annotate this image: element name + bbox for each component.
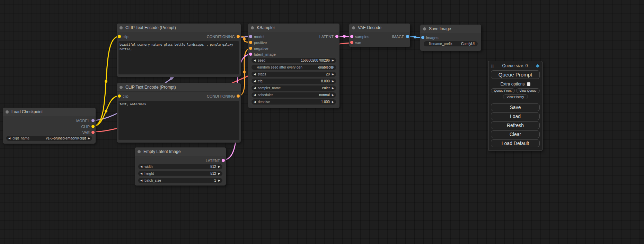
view-queue-button[interactable]: View Queue (516, 88, 540, 93)
widget-denoise[interactable]: ◀ denoise 1.000 ▶ (252, 99, 336, 105)
conditioning-slot-dot[interactable] (237, 94, 240, 98)
input-slot-latent-image[interactable]: latent_image (249, 52, 276, 56)
collapse-dot-icon[interactable] (120, 86, 123, 89)
right-arrow-icon[interactable]: ▶ (218, 178, 220, 183)
widget-scheduler[interactable]: ◀ scheduler normal ▶ (252, 92, 336, 98)
collapse-dot-icon[interactable] (251, 26, 254, 29)
widget-sampler-name[interactable]: ◀ sampler_name euler ▶ (252, 85, 336, 91)
input-slot-clip[interactable]: clip (118, 35, 129, 39)
right-arrow-icon[interactable]: ▶ (218, 164, 220, 169)
output-slot-vae[interactable]: VAE (82, 130, 95, 135)
save-button[interactable]: Save (491, 103, 540, 111)
widget-seed[interactable]: ◀ seed 156680208700286 ▶ (252, 58, 336, 63)
input-slot-clip[interactable]: clip (118, 94, 129, 98)
widget-cfg[interactable]: ◀ cfg 8.000 ▶ (252, 79, 336, 84)
left-arrow-icon[interactable]: ◀ (140, 164, 142, 169)
refresh-button[interactable]: Refresh (491, 121, 540, 129)
right-arrow-icon[interactable]: ▶ (332, 85, 334, 91)
widget-filename-prefix[interactable]: filename_prefix ComfyUI (424, 41, 478, 46)
toggle-knob-icon[interactable] (330, 66, 334, 69)
input-slot-negative[interactable]: negative (249, 46, 268, 51)
model-slot-dot[interactable] (91, 119, 95, 122)
drag-handle-icon[interactable]: ⣿ (491, 63, 494, 68)
input-slot-positive[interactable]: positive (249, 40, 267, 45)
right-arrow-icon[interactable]: ▶ (218, 171, 220, 176)
node-empty-latent-image[interactable]: Empty Latent Image LATENT ◀ width 512 ▶ … (135, 147, 226, 186)
node-title-bar[interactable]: CLIP Text Encode (Prompt) (117, 24, 241, 32)
node-load-checkpoint[interactable]: Load Checkpoint MODEL CLIP VAE ◀ ckpt_na… (3, 108, 96, 144)
input-slot-model[interactable]: model (249, 35, 264, 39)
left-arrow-icon[interactable]: ◀ (254, 85, 256, 91)
widget-width[interactable]: ◀ width 512 ▶ (138, 164, 222, 169)
input-slot-samples[interactable]: samples (350, 35, 369, 39)
collapse-dot-icon[interactable] (120, 26, 123, 29)
output-slot-latent[interactable]: LATENT (319, 35, 338, 39)
right-arrow-icon[interactable]: ▶ (88, 136, 90, 141)
right-arrow-icon[interactable]: ▶ (332, 79, 334, 84)
output-slot-latent[interactable]: LATENT (206, 159, 225, 163)
conditioning-slot-dot[interactable] (249, 47, 252, 50)
prompt-textarea[interactable]: text, watermark (118, 101, 239, 140)
node-ksampler[interactable]: KSampler model LATENT positive negative … (248, 24, 339, 108)
widget-random-seed-toggle[interactable]: Random seed after every gen enabled (252, 65, 336, 70)
vae-slot-dot[interactable] (91, 131, 95, 134)
right-arrow-icon[interactable]: ▶ (332, 92, 334, 98)
clip-slot-dot[interactable] (118, 35, 121, 38)
output-slot-image[interactable]: IMAGE (392, 35, 409, 39)
node-title-bar[interactable]: CLIP Text Encode (Prompt) (117, 83, 241, 92)
clear-button[interactable]: Clear (491, 130, 540, 138)
widget-batch-size[interactable]: ◀ batch_size 1 ▶ (138, 178, 222, 183)
right-arrow-icon[interactable]: ▶ (332, 58, 334, 63)
collapse-dot-icon[interactable] (138, 150, 141, 153)
node-title-bar[interactable]: Save Image (420, 25, 481, 33)
settings-gear-icon[interactable]: ✱ (536, 63, 540, 69)
right-arrow-icon[interactable]: ▶ (332, 99, 334, 105)
widget-height[interactable]: ◀ height 512 ▶ (138, 171, 222, 176)
image-slot-dot[interactable] (406, 35, 409, 38)
widget-ckpt-name[interactable]: ◀ ckpt_name v1-5-pruned-emaonly.ckpt ▶ (6, 136, 92, 141)
collapse-dot-icon[interactable] (352, 26, 355, 29)
load-default-button[interactable]: Load Default (491, 139, 540, 147)
output-slot-conditioning[interactable]: CONDITIONING (207, 94, 240, 98)
vae-slot-dot[interactable] (350, 41, 353, 44)
node-title-bar[interactable]: KSampler (248, 24, 339, 32)
clip-slot-dot[interactable] (118, 94, 121, 98)
input-slot-images[interactable]: images (421, 36, 438, 40)
model-slot-dot[interactable] (249, 35, 252, 38)
queue-prompt-button[interactable]: Queue Prompt (491, 70, 540, 79)
latent-slot-dot[interactable] (335, 35, 338, 38)
conditioning-slot-dot[interactable] (237, 35, 240, 38)
conditioning-slot-dot[interactable] (249, 41, 252, 44)
left-arrow-icon[interactable]: ◀ (254, 72, 256, 77)
output-slot-conditioning[interactable]: CONDITIONING (207, 35, 240, 39)
left-arrow-icon[interactable]: ◀ (254, 58, 256, 63)
right-arrow-icon[interactable]: ▶ (332, 72, 334, 77)
output-slot-clip[interactable]: CLIP (81, 125, 95, 129)
latent-slot-dot[interactable] (222, 159, 225, 162)
node-vae-decode[interactable]: VAE Decode samples IMAGE vae (349, 24, 410, 47)
node-clip-text-encode-negative[interactable]: CLIP Text Encode (Prompt) clip CONDITION… (117, 83, 241, 143)
node-title-bar[interactable]: Empty Latent Image (135, 147, 226, 156)
node-clip-text-encode-positive[interactable]: CLIP Text Encode (Prompt) clip CONDITION… (117, 24, 241, 77)
node-title-bar[interactable]: Load Checkpoint (3, 108, 96, 116)
widget-steps[interactable]: ◀ steps 20 ▶ (252, 72, 336, 77)
left-arrow-icon[interactable]: ◀ (8, 136, 10, 141)
view-history-button[interactable]: View History (503, 94, 528, 99)
output-slot-model[interactable]: MODEL (76, 119, 95, 123)
queue-front-button[interactable]: Queue Front (491, 88, 515, 93)
latent-slot-dot[interactable] (249, 53, 252, 56)
clip-slot-dot[interactable] (91, 125, 95, 128)
node-title-bar[interactable]: VAE Decode (349, 24, 410, 32)
left-arrow-icon[interactable]: ◀ (140, 178, 142, 183)
left-arrow-icon[interactable]: ◀ (140, 171, 142, 176)
image-slot-dot[interactable] (421, 36, 424, 39)
left-arrow-icon[interactable]: ◀ (254, 92, 256, 98)
left-arrow-icon[interactable]: ◀ (254, 79, 256, 84)
latent-slot-dot[interactable] (350, 35, 353, 38)
load-button[interactable]: Load (491, 112, 540, 120)
left-arrow-icon[interactable]: ◀ (254, 99, 256, 105)
input-slot-vae[interactable]: vae (350, 40, 361, 45)
node-save-image[interactable]: Save Image images filename_prefix ComfyU… (420, 25, 481, 51)
collapse-dot-icon[interactable] (6, 110, 9, 114)
collapse-dot-icon[interactable] (423, 27, 426, 30)
